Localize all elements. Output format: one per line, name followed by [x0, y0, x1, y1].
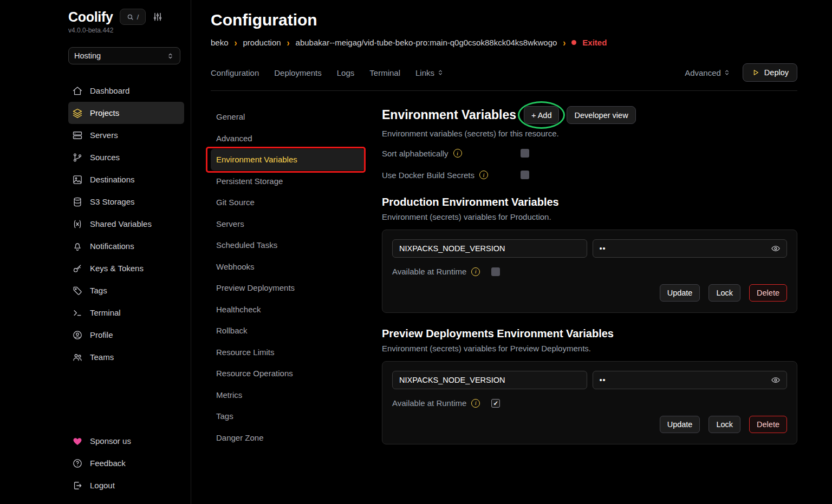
sort-alphabetically-checkbox[interactable]: [521, 149, 529, 158]
available-at-runtime-checkbox[interactable]: [491, 267, 500, 276]
subnav-item-resource-limits[interactable]: Resource Limits: [211, 342, 365, 363]
docker-build-secrets-row: Use Docker Build Secrets: [382, 168, 797, 181]
sidebar-item-label: Sponsor us: [90, 436, 131, 446]
delete-button[interactable]: Delete: [749, 284, 787, 302]
sidebar-item-dashboard[interactable]: Dashboard: [68, 80, 184, 102]
lock-button[interactable]: Lock: [708, 284, 740, 302]
sidebar-item-feedback[interactable]: Feedback: [68, 452, 184, 474]
layers-icon: [72, 108, 83, 119]
search-icon: [126, 13, 134, 21]
add-variable-button[interactable]: + Add: [524, 106, 560, 124]
production-env-card: Available at Runtime Update Lock Delete: [382, 230, 797, 313]
tab-links[interactable]: Links: [415, 68, 444, 77]
sidebar-item-shared-variables[interactable]: Shared Variables: [68, 213, 184, 235]
info-icon[interactable]: [471, 267, 480, 276]
users-icon: [72, 352, 83, 363]
subnav-item-tags[interactable]: Tags: [211, 405, 365, 427]
tag-icon: [72, 285, 83, 296]
terminal-icon: [72, 307, 83, 318]
info-icon[interactable]: [479, 171, 488, 179]
subnav-item-healthcheck[interactable]: Healthcheck: [211, 299, 365, 320]
sidebar-item-label: Projects: [90, 108, 119, 117]
sidebar-item-destinations[interactable]: Destinations: [68, 168, 184, 191]
sidebar-item-profile[interactable]: Profile: [68, 324, 184, 346]
breadcrumb-environment[interactable]: production: [243, 38, 281, 47]
deploy-button[interactable]: Deploy: [743, 63, 797, 82]
sidebar-item-terminal[interactable]: Terminal: [68, 302, 184, 324]
sidebar: Coolify / v4.0.0-beta.442 Hosting Dashbo…: [0, 0, 191, 504]
team-selector[interactable]: Hosting: [68, 47, 180, 64]
available-at-runtime-label: Available at Runtime: [392, 267, 466, 276]
docker-build-secrets-checkbox[interactable]: [521, 171, 529, 179]
sidebar-item-label: Logout: [90, 481, 115, 490]
sidebar-item-projects[interactable]: Projects: [68, 102, 184, 124]
sidebar-item-label: Teams: [90, 352, 114, 362]
breadcrumb-resource[interactable]: abubakar--meigag/vid-tube-beko-pro:main-…: [296, 38, 557, 47]
available-at-runtime-label: Available at Runtime: [392, 398, 466, 408]
developer-view-button[interactable]: Developer view: [567, 106, 635, 124]
update-button[interactable]: Update: [660, 416, 700, 433]
tab-links-label: Links: [415, 68, 434, 77]
subnav-item-label: Environment Variables: [216, 155, 297, 164]
sidebar-item-label: Keys & Tokens: [90, 264, 144, 273]
chevron-right-icon: ›: [287, 37, 290, 48]
eye-icon[interactable]: [771, 375, 781, 385]
heart-icon: [72, 436, 83, 447]
bell-icon: [72, 241, 83, 252]
destination-icon: [72, 174, 83, 185]
settings-toggle-button[interactable]: [152, 11, 163, 22]
home-icon: [72, 86, 83, 96]
sidebar-item-logout[interactable]: Logout: [68, 474, 184, 496]
delete-button[interactable]: Delete: [749, 416, 787, 433]
docker-build-secrets-label: Use Docker Build Secrets: [382, 171, 474, 180]
sidebar-item-sponsor[interactable]: Sponsor us: [68, 430, 184, 452]
env-value-input[interactable]: [593, 239, 788, 258]
sidebar-item-teams[interactable]: Teams: [68, 346, 184, 368]
subnav-item-persistent-storage[interactable]: Persistent Storage: [211, 171, 365, 192]
app-version: v4.0.0-beta.442: [68, 27, 180, 34]
sidebar-item-keys-tokens[interactable]: Keys & Tokens: [68, 257, 184, 279]
tab-configuration[interactable]: Configuration: [211, 68, 259, 77]
search-button[interactable]: /: [120, 9, 146, 25]
subnav-item-environment-variables[interactable]: Environment Variables: [211, 149, 365, 171]
tab-deployments[interactable]: Deployments: [274, 68, 322, 77]
subnav-item-general[interactable]: General: [211, 106, 365, 128]
status-badge: Exited: [582, 38, 607, 47]
env-key-input[interactable]: [392, 239, 587, 258]
subnav-item-scheduled-tasks[interactable]: Scheduled Tasks: [211, 234, 365, 256]
subnav-item-danger-zone[interactable]: Danger Zone: [211, 427, 365, 449]
breadcrumb-project[interactable]: beko: [211, 38, 229, 47]
lock-button[interactable]: Lock: [708, 416, 740, 433]
config-subnav: General Advanced Environment Variables P…: [211, 106, 365, 448]
info-icon[interactable]: [453, 149, 462, 158]
subnav-item-servers[interactable]: Servers: [211, 213, 365, 235]
server-icon: [72, 130, 83, 141]
subnav-item-resource-operations[interactable]: Resource Operations: [211, 363, 365, 384]
sidebar-item-tags[interactable]: Tags: [68, 279, 184, 302]
production-section-description: Environment (secrets) variables for Prod…: [382, 212, 797, 221]
tab-logs[interactable]: Logs: [337, 68, 355, 77]
sidebar-item-s3-storages[interactable]: S3 Storages: [68, 191, 184, 213]
tab-terminal[interactable]: Terminal: [369, 68, 400, 77]
subnav-item-preview-deployments[interactable]: Preview Deployments: [211, 277, 365, 299]
env-key-input[interactable]: [392, 371, 587, 389]
subnav-item-webhooks[interactable]: Webhooks: [211, 256, 365, 278]
chevron-right-icon: ›: [235, 37, 237, 48]
sidebar-item-servers[interactable]: Servers: [68, 124, 184, 146]
update-button[interactable]: Update: [660, 284, 700, 302]
sidebar-item-sources[interactable]: Sources: [68, 146, 184, 168]
available-at-runtime-checkbox[interactable]: [491, 399, 500, 408]
info-icon[interactable]: [471, 399, 480, 408]
eye-icon[interactable]: [771, 244, 781, 253]
subnav-item-git-source[interactable]: Git Source: [211, 192, 365, 213]
subnav-item-metrics[interactable]: Metrics: [211, 384, 365, 406]
sidebar-item-notifications[interactable]: Notifications: [68, 235, 184, 257]
configuration-body: General Advanced Environment Variables P…: [211, 106, 797, 448]
subnav-item-rollback[interactable]: Rollback: [211, 320, 365, 342]
subnav-item-advanced[interactable]: Advanced: [211, 128, 365, 149]
play-icon: [751, 68, 760, 77]
env-value-input[interactable]: [593, 371, 788, 389]
preview-section-description: Environment (secrets) variables for Prev…: [382, 344, 797, 353]
sidebar-item-label: Feedback: [90, 459, 126, 468]
advanced-dropdown[interactable]: Advanced: [685, 68, 731, 77]
